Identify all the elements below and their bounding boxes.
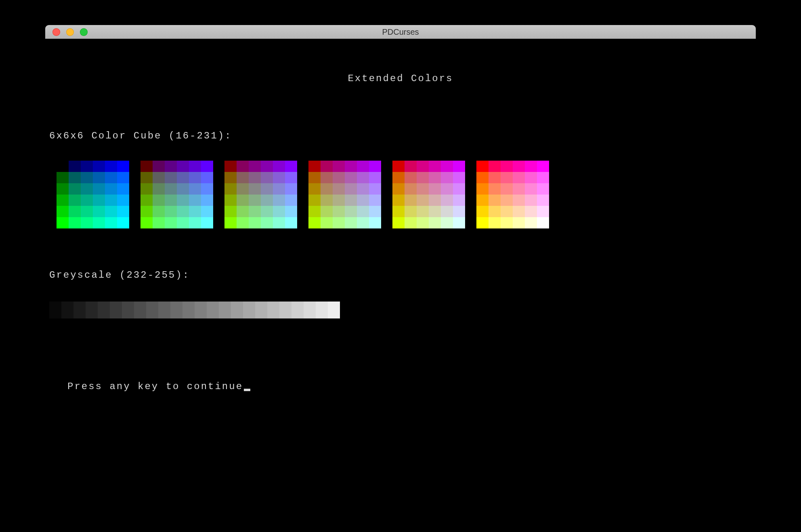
swatch [453, 172, 465, 183]
swatch [501, 183, 513, 195]
swatch [224, 161, 237, 172]
swatch [417, 172, 429, 183]
color-cube-row [308, 206, 381, 217]
swatch [261, 183, 273, 195]
swatch [513, 161, 525, 172]
swatch [285, 195, 297, 206]
terminal-content[interactable]: Extended Colors 6x6x6 Color Cube (16-231… [45, 73, 756, 392]
color-cube-panel [392, 161, 465, 228]
color-cube-row [308, 161, 381, 172]
swatch [140, 206, 153, 217]
grey-swatch [231, 302, 243, 318]
grey-swatch [195, 302, 207, 318]
swatch [357, 183, 369, 195]
color-cube-row [476, 206, 549, 217]
color-cube-row [224, 161, 297, 172]
color-cube-row [224, 217, 297, 228]
swatch [177, 172, 189, 183]
swatch [405, 161, 417, 172]
swatch [489, 183, 501, 195]
swatch [81, 161, 93, 172]
swatch [201, 183, 213, 195]
swatch [69, 206, 81, 217]
swatch [537, 195, 549, 206]
swatch [308, 206, 321, 217]
color-cube-row [392, 217, 465, 228]
swatch [93, 195, 105, 206]
swatch [81, 183, 93, 195]
swatch [357, 195, 369, 206]
color-cube-row [224, 172, 297, 183]
grey-swatch [170, 302, 182, 318]
swatch [501, 161, 513, 172]
swatch [117, 195, 129, 206]
swatch [321, 217, 333, 228]
cursor-icon [244, 389, 250, 391]
swatch [501, 206, 513, 217]
color-cube-row [140, 183, 213, 195]
swatch [357, 172, 369, 183]
grey-swatch [279, 302, 291, 318]
swatch [333, 161, 345, 172]
swatch [345, 161, 357, 172]
swatch [249, 195, 261, 206]
swatch [369, 195, 381, 206]
swatch [489, 206, 501, 217]
swatch [441, 217, 453, 228]
swatch [69, 183, 81, 195]
swatch [429, 183, 441, 195]
swatch [201, 217, 213, 228]
color-cube-panel [308, 161, 381, 228]
swatch [189, 195, 201, 206]
zoom-icon[interactable] [80, 28, 88, 36]
swatch [117, 217, 129, 228]
swatch [273, 172, 285, 183]
grey-swatch [110, 302, 122, 318]
swatch [81, 195, 93, 206]
titlebar[interactable]: PDCurses [45, 25, 756, 39]
close-icon[interactable] [52, 28, 60, 36]
swatch [405, 195, 417, 206]
minimize-icon[interactable] [66, 28, 74, 36]
swatch [249, 183, 261, 195]
grey-swatch [73, 302, 86, 318]
swatch [501, 195, 513, 206]
swatch [177, 217, 189, 228]
swatch [333, 183, 345, 195]
swatch [237, 195, 249, 206]
color-cube-row [476, 183, 549, 195]
swatch [321, 183, 333, 195]
swatch [81, 206, 93, 217]
swatch [392, 206, 405, 217]
swatch [513, 217, 525, 228]
swatch [57, 217, 69, 228]
swatch [153, 217, 165, 228]
swatch [57, 183, 69, 195]
swatch [57, 206, 69, 217]
swatch [140, 183, 153, 195]
swatch [153, 195, 165, 206]
swatch [273, 195, 285, 206]
swatch [345, 195, 357, 206]
grey-swatch [146, 302, 158, 318]
color-cube-row [57, 206, 129, 217]
swatch [189, 183, 201, 195]
color-cube-row [57, 161, 129, 172]
grey-swatch [207, 302, 219, 318]
swatch [69, 172, 81, 183]
swatch [369, 161, 381, 172]
grey-swatch [219, 302, 231, 318]
swatch [249, 206, 261, 217]
swatch [489, 172, 501, 183]
color-cube-row [140, 206, 213, 217]
greyscale-label: Greyscale (232-255): [49, 270, 756, 281]
swatch [285, 206, 297, 217]
grey-swatch [86, 302, 98, 318]
swatch [357, 217, 369, 228]
grey-swatch [182, 302, 195, 318]
swatch [153, 172, 165, 183]
swatch [81, 217, 93, 228]
swatch [453, 206, 465, 217]
swatch [189, 206, 201, 217]
swatch [57, 195, 69, 206]
